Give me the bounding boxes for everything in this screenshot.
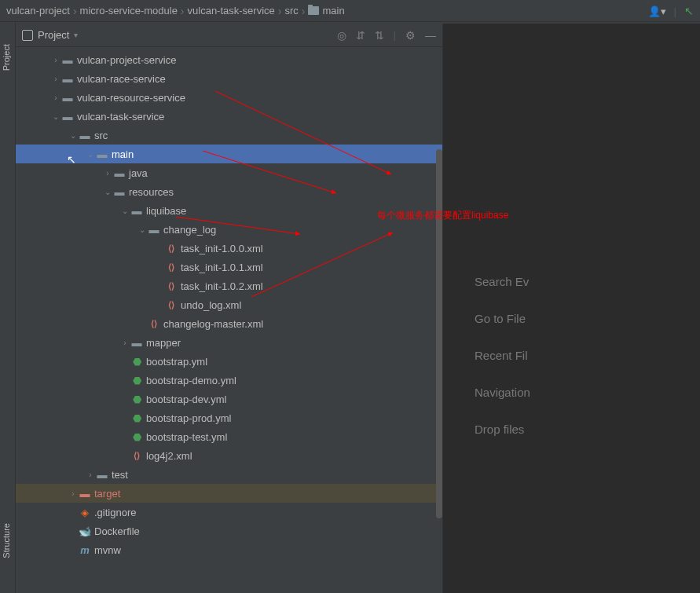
tree-arrow-icon[interactable]	[102, 169, 113, 178]
breadcrumb-item[interactable]: src	[284, 5, 298, 16]
left-gutter: Project Structure	[0, 22, 16, 593]
run-icon[interactable]: ↖	[684, 5, 694, 17]
tree-row[interactable]: ▬vulcan-project-service	[16, 50, 442, 69]
tree-row[interactable]: ▬main	[16, 145, 442, 163]
tree-arrow-icon[interactable]	[119, 207, 130, 215]
tree-row[interactable]: ▬vulcan-race-service	[16, 69, 442, 88]
target-folder-icon: ▬	[79, 488, 91, 500]
tree-label: task_init-1.0.2.xml	[181, 280, 263, 292]
tree-row[interactable]: ▬liquibase	[16, 201, 442, 220]
tree-arrow-icon[interactable]	[85, 470, 96, 479]
minimize-icon[interactable]: —	[425, 29, 436, 42]
editor-hint: Go to File	[475, 312, 700, 325]
tree-row[interactable]: ▬change_log	[16, 220, 442, 239]
tree-row[interactable]: mmvnw	[16, 540, 442, 559]
tree-label: liquibase	[146, 205, 186, 217]
tree-arrow-icon[interactable]	[50, 56, 61, 64]
breadcrumb-item[interactable]: vulcan-project	[6, 5, 70, 16]
tree-label: vulcan-resource-service	[77, 92, 185, 104]
gutter-tab-structure[interactable]: Structure	[0, 517, 13, 565]
tree-arrow-icon[interactable]	[137, 225, 148, 234]
target-icon[interactable]: ◎	[337, 29, 346, 42]
tree-row[interactable]: ⬣bootstrap-test.yml	[16, 427, 442, 446]
folder-icon: ▬	[96, 148, 108, 160]
tree-label: target	[94, 488, 120, 500]
editor-hint: Recent Fil	[475, 349, 700, 362]
module-icon: ▬	[61, 73, 74, 85]
git-icon: ◈	[79, 507, 91, 518]
toolbar-right: 👤▾ | ↖	[648, 0, 694, 22]
tree-arrow-icon[interactable]	[85, 150, 96, 159]
project-tree[interactable]: ▬vulcan-project-service▬vulcan-race-serv…	[16, 47, 442, 559]
tree-row[interactable]: ⟨⟩task_init-1.0.0.xml	[16, 239, 442, 258]
tree-arrow-icon[interactable]	[50, 93, 61, 102]
folder-icon: ▬	[148, 224, 160, 236]
resources-icon: ▬	[113, 186, 126, 198]
gear-icon[interactable]: ⚙	[405, 29, 416, 42]
module-icon: ▬	[61, 92, 74, 104]
tree-label: mvnw	[94, 544, 121, 556]
tree-row[interactable]: ▬vulcan-resource-service	[16, 88, 442, 107]
docker-icon: 🐋	[79, 525, 91, 537]
tree-label: vulcan-race-service	[77, 73, 166, 85]
collapse-icon[interactable]: ⇅	[375, 29, 384, 42]
mvn-icon: m	[79, 544, 91, 556]
tree-row[interactable]: ▬resources	[16, 182, 442, 201]
project-panel: Project ▾ ◎ ⇵ ⇅ | ⚙ — ▬vulcan-project-se…	[16, 24, 443, 593]
tree-row[interactable]: ▬src	[16, 126, 442, 145]
yml-icon: ⬣	[130, 412, 143, 424]
breadcrumb-item[interactable]: main	[308, 5, 344, 16]
folder-icon: ▬	[113, 167, 126, 179]
tree-label: resources	[129, 186, 174, 198]
tree-row[interactable]: ⬣bootstrap-dev.yml	[16, 390, 442, 408]
tree-row[interactable]: ⬣bootstrap-prod.yml	[16, 408, 442, 427]
tree-row[interactable]: ▬java	[16, 163, 442, 182]
scrollbar-thumb[interactable]	[436, 149, 442, 518]
tree-row[interactable]: ▬vulcan-task-service	[16, 107, 442, 126]
tree-row[interactable]: ▬test	[16, 465, 442, 484]
tree-row[interactable]: ⬣bootstrap.yml	[16, 352, 442, 371]
user-icon[interactable]: 👤▾	[648, 5, 666, 17]
module-icon: ▬	[61, 54, 74, 66]
tree-label: log4j2.xml	[146, 450, 192, 462]
panel-header: Project ▾ ◎ ⇵ ⇅ | ⚙ —	[16, 24, 442, 47]
xml-icon: ⟨⟩	[148, 319, 160, 329]
tree-label: bootstrap-test.yml	[146, 431, 227, 443]
tree-arrow-icon[interactable]	[50, 75, 61, 83]
tree-row[interactable]: ⟨⟩changelog-master.xml	[16, 314, 442, 333]
tree-arrow-icon[interactable]	[68, 131, 79, 140]
chevron-right-icon: ›	[278, 5, 282, 17]
tree-label: vulcan-project-service	[77, 54, 176, 66]
editor-area: Search Ev Go to File Recent Fil Navigati…	[443, 24, 700, 593]
tree-arrow-icon[interactable]	[102, 188, 113, 196]
xml-icon: ⟨⟩	[165, 281, 178, 291]
expand-icon[interactable]: ⇵	[356, 29, 365, 42]
tree-row[interactable]: ▬mapper	[16, 333, 442, 352]
folder-icon: ▬	[96, 469, 108, 481]
tree-row[interactable]: 🐋Dockerfile	[16, 522, 442, 540]
tree-row[interactable]: ⬣bootstrap-demo.yml	[16, 371, 442, 390]
tree-row[interactable]: ⟨⟩task_init-1.0.2.xml	[16, 276, 442, 295]
tree-row[interactable]: ⟨⟩undo_log.xml	[16, 295, 442, 314]
xml-icon: ⟨⟩	[165, 243, 178, 254]
xml-icon: ⟨⟩	[165, 300, 178, 310]
gutter-tab-project[interactable]: Project	[0, 38, 13, 77]
tree-label: src	[94, 130, 108, 141]
tree-row[interactable]: ▬target	[16, 484, 442, 503]
tree-row[interactable]: ⟨⟩task_init-1.0.1.xml	[16, 258, 442, 276]
tree-row[interactable]: ⟨⟩log4j2.xml	[16, 446, 442, 465]
folder-icon: ▬	[79, 130, 91, 141]
chevron-right-icon: ›	[181, 5, 185, 17]
tree-label: vulcan-task-service	[77, 111, 164, 123]
chevron-down-icon[interactable]: ▾	[74, 31, 78, 39]
breadcrumb-item[interactable]: vulcan-task-service	[188, 5, 275, 16]
tree-arrow-icon[interactable]	[119, 339, 130, 347]
tree-arrow-icon[interactable]	[68, 489, 79, 498]
chevron-right-icon: ›	[302, 5, 306, 17]
breadcrumb: vulcan-project › micro-service-module › …	[0, 0, 700, 22]
panel-title[interactable]: Project	[38, 29, 69, 41]
breadcrumb-item[interactable]: micro-service-module	[80, 5, 178, 16]
tree-arrow-icon[interactable]	[50, 112, 61, 121]
tree-row[interactable]: ◈.gitignore	[16, 503, 442, 522]
tree-label: java	[129, 167, 148, 179]
